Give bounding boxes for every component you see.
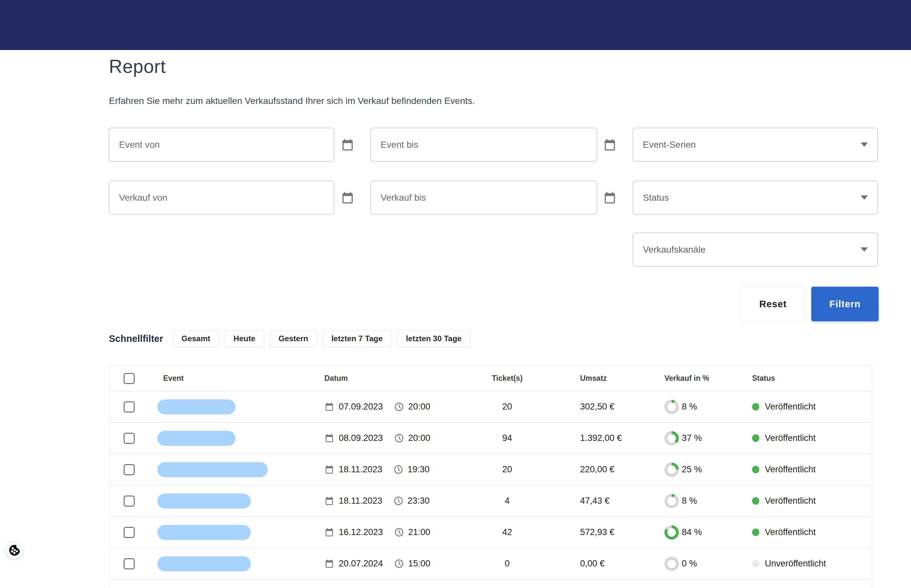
event-bis-calendar-button[interactable]	[602, 137, 617, 153]
table-row[interactable]: 18.11.2023 23:30 4 47,43 € 8 % Veröffent…	[110, 485, 872, 517]
row-checkbox[interactable]	[124, 401, 135, 412]
status-cell: Veröffentlicht	[752, 527, 872, 537]
sales-percent-donut	[665, 431, 679, 446]
clock-icon	[393, 496, 403, 506]
event-von-calendar-button[interactable]	[340, 137, 355, 153]
status-dot	[752, 528, 759, 536]
clock-icon	[394, 559, 404, 569]
top-navbar	[0, 0, 911, 50]
row-checkbox[interactable]	[124, 558, 135, 569]
status-select-label: Status	[643, 192, 669, 203]
event-name-pill	[157, 431, 235, 446]
table-header-row: Event Datum Ticket(s) Umsatz Verkauf in …	[110, 366, 872, 391]
event-date: 07.09.2023	[339, 402, 383, 412]
quick-filter-label: Schnellfilter	[109, 333, 163, 344]
row-checkbox[interactable]	[124, 433, 135, 444]
calendar-icon	[324, 401, 334, 412]
datum-cell: 07.09.2023 20:00	[324, 401, 476, 412]
verkauf-von-calendar-button[interactable]	[340, 190, 355, 205]
datum-cell: 16.12.2023 21:00	[324, 527, 476, 538]
verkauf-bis-input[interactable]: Verkauf bis	[371, 181, 597, 215]
report-page: Report Erfahren Sie mehr zum aktuellen V…	[0, 0, 911, 588]
sales-percent-donut	[665, 557, 679, 571]
tickets-cell: 0	[476, 559, 538, 569]
status-badge: Veröffentlicht	[765, 402, 816, 412]
column-header-status: Status	[752, 374, 872, 383]
verkaufskanaele-select[interactable]: Verkaufskanäle	[633, 233, 878, 267]
sales-percent-donut	[665, 400, 679, 414]
chevron-down-icon	[861, 247, 868, 252]
table-row[interactable]: 07.09.2023 20:00 20 302,50 € 8 % Veröffe…	[110, 391, 872, 423]
verkauf-von-input[interactable]: Verkauf von	[109, 181, 334, 215]
verkauf-cell: 37 %	[665, 431, 752, 446]
verkauf-cell: 8 %	[665, 494, 752, 508]
select-all-checkbox[interactable]	[124, 373, 135, 384]
verkauf-bis-calendar-button[interactable]	[602, 190, 617, 205]
calendar-icon	[324, 496, 334, 506]
verkauf-cell: 25 %	[665, 462, 752, 477]
calendar-icon	[341, 137, 354, 152]
event-von-placeholder: Event von	[119, 140, 160, 150]
status-cell: Veröffentlicht	[752, 464, 872, 475]
verkauf-von-placeholder: Verkauf von	[119, 192, 167, 203]
quick-filter-gesamt[interactable]: Gesamt	[173, 330, 219, 347]
clock-icon	[394, 402, 404, 412]
table-row[interactable]: 08.09.2023 20:00 94 1.392,00 € 37 % Verö…	[110, 423, 872, 454]
filter-row-2: Verkauf von Verkauf bis Status	[109, 181, 878, 215]
calendar-icon	[324, 464, 334, 475]
verkauf-cell: 8 %	[665, 400, 752, 414]
event-date: 18.11.2023	[339, 464, 382, 475]
filtern-button[interactable]: Filtern	[811, 287, 879, 321]
status-dot	[752, 466, 759, 473]
quick-filter-gestern[interactable]: Gestern	[270, 330, 317, 347]
calendar-icon	[324, 527, 334, 538]
event-name-pill	[157, 462, 268, 477]
tickets-cell: 94	[476, 433, 538, 443]
umsatz-cell: 47,43 €	[580, 496, 665, 506]
table-row[interactable]: 18.11.2023 19:30 20 220,00 € 25 % Veröff…	[110, 454, 872, 485]
event-time: 20:00	[408, 402, 430, 412]
status-select[interactable]: Status	[633, 181, 878, 215]
sales-percent-donut	[665, 462, 679, 477]
clock-icon	[393, 464, 403, 475]
event-time: 19:30	[408, 464, 430, 475]
datum-cell: 18.11.2023 19:30	[324, 464, 476, 475]
verkauf-bis-placeholder: Verkauf bis	[380, 192, 426, 203]
umsatz-cell: 572,93 €	[580, 527, 665, 537]
event-bis-input[interactable]: Event bis	[371, 128, 597, 162]
table-row[interactable]: 16.12.2023 21:00 42 572,93 € 84 % Veröff…	[110, 517, 872, 548]
status-dot	[752, 403, 759, 410]
status-badge: Veröffentlicht	[765, 433, 816, 443]
events-table: Event Datum Ticket(s) Umsatz Verkauf in …	[110, 365, 872, 588]
calendar-icon	[603, 190, 617, 205]
sales-percent-label: 8 %	[682, 496, 697, 506]
quick-filter-letzten-30-tage[interactable]: letzten 30 Tage	[397, 330, 470, 347]
row-checkbox[interactable]	[124, 496, 135, 507]
event-time: 21:00	[408, 527, 430, 537]
cookie-settings-button[interactable]	[6, 541, 23, 559]
quick-filter-heute[interactable]: Heute	[225, 330, 264, 347]
event-serien-select[interactable]: Event-Serien	[633, 128, 878, 162]
row-checkbox[interactable]	[124, 527, 135, 538]
event-von-input[interactable]: Event von	[109, 128, 334, 162]
row-checkbox[interactable]	[124, 464, 135, 475]
filter-row-1: Event von Event bis Event-Serien	[109, 128, 878, 162]
status-badge: Unveröffentlicht	[765, 559, 826, 569]
reset-button[interactable]: Reset	[741, 287, 805, 321]
event-name-pill	[157, 399, 235, 414]
status-badge: Veröffentlicht	[765, 464, 816, 475]
sales-percent-label: 8 %	[682, 402, 697, 412]
column-header-event: Event	[157, 374, 324, 383]
table-row[interactable]: 20.07.2024 15:00 0 0,00 € 0 % Unveröffen…	[110, 548, 872, 580]
quick-filter-bar: Schnellfilter Gesamt Heute Gestern letzt…	[109, 330, 471, 348]
column-header-datum: Datum	[324, 374, 476, 383]
datum-cell: 08.09.2023 20:00	[324, 433, 476, 444]
event-time: 23:30	[408, 496, 430, 506]
event-date: 16.12.2023	[339, 527, 383, 537]
calendar-icon	[324, 558, 334, 569]
event-date: 20.07.2024	[339, 559, 383, 569]
quick-filter-letzten-7-tage[interactable]: letzten 7 Tage	[322, 330, 392, 347]
datum-cell: 20.07.2024 15:00	[324, 558, 476, 569]
filter-row-3: Verkaufskanäle	[109, 233, 878, 267]
event-time: 20:00	[408, 433, 430, 443]
